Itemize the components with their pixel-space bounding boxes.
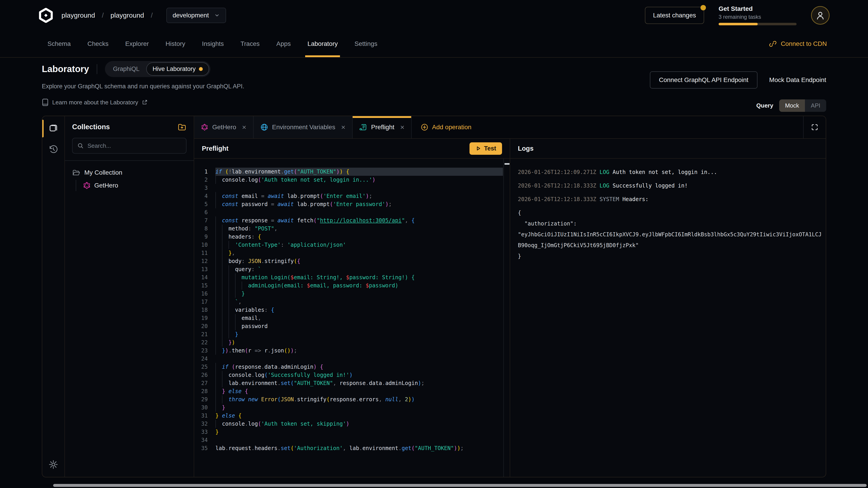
gear-icon	[49, 459, 58, 469]
code-line[interactable]: 16}	[194, 290, 510, 298]
globe-icon	[260, 123, 268, 131]
code-line[interactable]: 31} else {	[194, 412, 510, 420]
code-line[interactable]: 22})	[194, 338, 510, 347]
avatar[interactable]	[811, 6, 830, 25]
logs-title: Logs	[518, 145, 533, 152]
code-line[interactable]: 14mutation Login($email: String!, $passw…	[194, 273, 510, 282]
connect-endpoint-button[interactable]: Connect GraphQL API Endpoint	[650, 71, 757, 89]
endpoint-segmented-control: Mock API	[779, 99, 826, 112]
log-entry: 2026-01-26T12:12:09.271Z LOG Auth token …	[518, 167, 826, 177]
collection-folder[interactable]: My Collection	[72, 167, 186, 178]
code-editor[interactable]: 1if (!lab.environment.get("AUTH_TOKEN"))…	[194, 159, 510, 477]
folder-open-icon	[72, 168, 80, 177]
notification-dot	[701, 5, 706, 10]
code-line[interactable]: 24	[194, 355, 510, 363]
hive-logo-icon[interactable]	[38, 8, 53, 23]
logs-output[interactable]: 2026-01-26T12:12:09.271Z LOG Auth token …	[510, 159, 826, 477]
history-rail-button[interactable]	[46, 142, 61, 157]
code-line[interactable]: 28} else {	[194, 387, 510, 395]
nav-tab-schema[interactable]: Schema	[45, 31, 73, 57]
tab-preflight[interactable]: Preflight ×	[352, 116, 412, 138]
mock-endpoint-button[interactable]: Mock Data Endpoint	[769, 76, 826, 84]
code-line[interactable]: 11},	[194, 249, 510, 257]
editor-mode-toggle: GraphiQL Hive Laboratory	[105, 61, 211, 77]
code-line[interactable]: 13query: `	[194, 265, 510, 273]
project-navbar: SchemaChecksExplorerHistoryInsightsTrace…	[0, 31, 868, 58]
new-collection-button[interactable]	[178, 123, 186, 131]
collections-search[interactable]	[72, 138, 186, 154]
nav-tab-traces[interactable]: Traces	[238, 31, 262, 57]
mode-graphiql[interactable]: GraphiQL	[106, 63, 146, 75]
nav-tab-explorer[interactable]: Explorer	[123, 31, 151, 57]
horizontal-scrollbar[interactable]	[53, 484, 867, 487]
code-line[interactable]: 21}	[194, 330, 510, 338]
breadcrumb-project[interactable]: playground	[111, 11, 144, 19]
log-json-line: "authorization":	[518, 218, 826, 229]
play-icon	[475, 145, 481, 151]
code-line[interactable]: 34	[194, 436, 510, 444]
nav-tab-insights[interactable]: Insights	[199, 31, 226, 57]
code-line[interactable]: 26console.log('Successfully logged in!')	[194, 371, 510, 379]
code-line[interactable]: 18variables: {	[194, 306, 510, 314]
code-line[interactable]: 15adminLogin(email: $email, password: $p…	[194, 282, 510, 290]
collections-rail-button[interactable]	[46, 120, 61, 135]
nav-tab-settings[interactable]: Settings	[352, 31, 379, 57]
code-line[interactable]: 20password	[194, 322, 510, 330]
code-line[interactable]: 9headers: {	[194, 233, 510, 241]
target-selector[interactable]: development	[166, 8, 226, 23]
close-tab-icon[interactable]: ×	[400, 123, 405, 131]
code-line[interactable]: 3	[194, 184, 510, 192]
segment-api[interactable]: API	[805, 99, 826, 112]
close-tab-icon[interactable]: ×	[341, 123, 345, 131]
code-line[interactable]: 25if (response.data.adminLogin) {	[194, 363, 510, 371]
tab-environment-variables[interactable]: Environment Variables ×	[254, 116, 352, 138]
settings-rail-button[interactable]	[46, 457, 61, 472]
code-line[interactable]: 2console.log('Auth token not set, loggin…	[194, 176, 510, 184]
breadcrumb-org[interactable]: playground	[61, 11, 95, 19]
breadcrumb-separator: /	[151, 11, 153, 19]
latest-changes-button[interactable]: Latest changes	[645, 7, 704, 24]
code-line[interactable]: 32console.log('Auth token set, skipping'…	[194, 420, 510, 428]
code-line[interactable]: 6	[194, 208, 510, 217]
get-started-progress-fill	[719, 23, 758, 25]
code-line[interactable]: 12body: JSON.stringify({	[194, 257, 510, 265]
fullscreen-button[interactable]	[803, 116, 826, 138]
add-operation-button[interactable]: Add operation	[412, 116, 480, 138]
code-line[interactable]: 35lab.request.headers.set('Authorization…	[194, 444, 510, 452]
nav-tab-apps[interactable]: Apps	[274, 31, 293, 57]
code-line[interactable]: 1if (!lab.environment.get("AUTH_TOKEN"))…	[194, 168, 510, 176]
close-tab-icon[interactable]: ×	[242, 123, 246, 131]
nav-tab-history[interactable]: History	[163, 31, 187, 57]
code-line[interactable]: 10'Content-Type': 'application/json'	[194, 241, 510, 249]
book-icon	[42, 98, 49, 106]
minimap-marker	[504, 163, 509, 165]
get-started-title: Get Started	[719, 5, 797, 12]
code-line[interactable]: 8method: "POST",	[194, 225, 510, 233]
log-json-line: }	[518, 251, 826, 262]
code-line[interactable]: 27lab.environment.set("AUTH_TOKEN", resp…	[194, 379, 510, 387]
nav-tab-checks[interactable]: Checks	[85, 31, 111, 57]
external-link-icon	[142, 99, 148, 105]
code-line[interactable]: 17`,	[194, 298, 510, 306]
get-started-widget[interactable]: Get Started 3 remaining tasks	[719, 5, 797, 25]
operation-gethero[interactable]: GetHero	[83, 180, 186, 191]
mode-hive-laboratory[interactable]: Hive Laboratory	[146, 62, 209, 76]
nav-tab-laboratory[interactable]: Laboratory	[305, 31, 340, 57]
connect-to-cdn-link[interactable]: Connect to CDN	[769, 31, 827, 57]
code-line[interactable]: 4const email = await lab.prompt('Enter e…	[194, 192, 510, 200]
test-button[interactable]: Test	[469, 142, 502, 155]
search-input[interactable]	[88, 142, 182, 149]
code-line[interactable]: 33}	[194, 428, 510, 436]
editor-scrollbar[interactable]	[503, 159, 510, 477]
segment-mock[interactable]: Mock	[779, 99, 805, 112]
tab-gethero[interactable]: GetHero ×	[194, 116, 254, 138]
code-line[interactable]: 29throw new Error(JSON.stringify(respons…	[194, 395, 510, 403]
code-line[interactable]: 23}).then(r => r.json());	[194, 347, 510, 355]
code-line[interactable]: 30}	[194, 403, 510, 412]
code-line[interactable]: 19email,	[194, 314, 510, 322]
code-line[interactable]: 7const response = await fetch("http://lo…	[194, 217, 510, 225]
sidebar-rail	[42, 116, 65, 477]
collection-children: GetHero	[76, 180, 186, 191]
code-line[interactable]: 5const password = await lab.prompt('Ente…	[194, 200, 510, 208]
log-json-line: {	[518, 207, 826, 218]
